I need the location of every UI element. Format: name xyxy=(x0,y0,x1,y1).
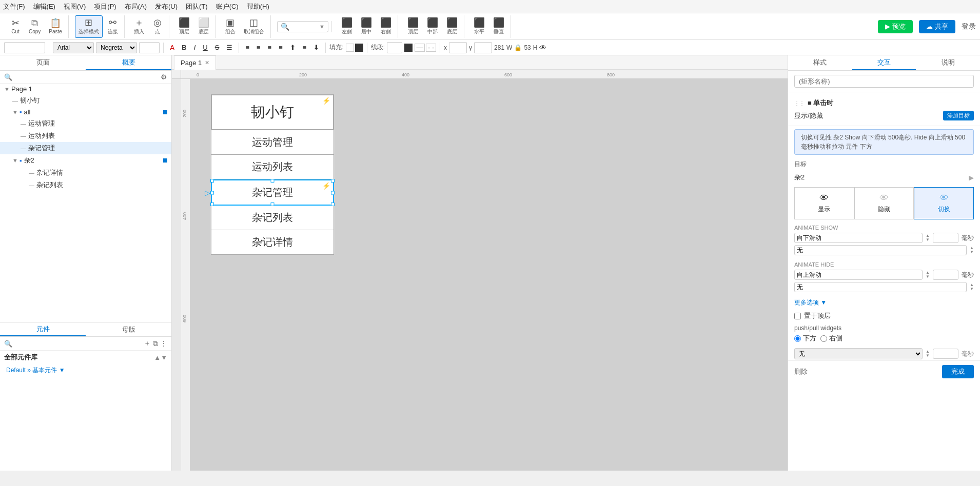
canvas-tab-close[interactable]: ✕ xyxy=(205,59,209,66)
animate-show-sub-stepper[interactable]: ▲ ▼ xyxy=(970,246,974,254)
comp-sublabel[interactable]: Default » 基本元件 ▼ xyxy=(0,364,171,377)
comp-more-icon[interactable]: ⋮ xyxy=(160,339,167,348)
animate-show-type-select[interactable]: 向下滑动 xyxy=(794,233,923,243)
handle-br[interactable] xyxy=(331,202,335,206)
menu-item-sport-mgmt[interactable]: 运动管理 xyxy=(211,130,334,155)
underline-btn[interactable]: U xyxy=(200,43,210,52)
animate-hide-val-input[interactable]: 500 xyxy=(933,270,958,280)
animate-show-stepper[interactable]: ▲ ▼ xyxy=(926,234,930,242)
filter-icon[interactable]: ⚙ xyxy=(161,73,167,81)
left-align-button[interactable]: ⬛ 左侧 xyxy=(338,15,356,38)
insert-button[interactable]: ＋ 插入 xyxy=(131,15,147,38)
right-align-button[interactable]: ⬛ 右侧 xyxy=(377,15,395,38)
outline-search-input[interactable] xyxy=(14,73,159,81)
tree-page1[interactable]: ▼ Page 1 xyxy=(0,84,171,94)
bold-btn[interactable]: B xyxy=(179,43,189,52)
fill-color-white[interactable] xyxy=(346,44,354,52)
stroke-dashed-btn[interactable]: - - xyxy=(426,44,436,52)
page-header-box[interactable]: 韧小钉 ⚡ xyxy=(211,94,334,130)
comp-tab-widget[interactable]: 元件 xyxy=(0,322,86,336)
none-stepper-down[interactable]: ▼ xyxy=(926,354,930,358)
radio-right[interactable] xyxy=(820,335,827,342)
comp-copy-icon[interactable]: ⧉ xyxy=(153,339,158,348)
center-align-button[interactable]: ⬛ 居中 xyxy=(358,15,375,38)
comp-library-title[interactable]: 全部元件库 ▲▼ xyxy=(0,351,171,364)
animate-hide-type-select[interactable]: 向上滑动 xyxy=(794,270,923,280)
font-size-input[interactable]: 32 xyxy=(139,42,160,53)
comp-add-icon[interactable]: ＋ xyxy=(144,339,151,348)
fill-boxes[interactable] xyxy=(346,44,363,52)
menu-edit[interactable]: 编辑(E) xyxy=(33,2,55,11)
font-select[interactable]: Arial xyxy=(53,42,94,53)
connect-button[interactable]: ⚯ 连接 xyxy=(105,15,121,38)
uncombine-button[interactable]: ◫ 取消组合 xyxy=(241,15,267,38)
tab-outline[interactable]: 概要 xyxy=(86,55,171,70)
animate-show-val-input[interactable]: 500 xyxy=(933,233,958,243)
menu-publish[interactable]: 发布(U) xyxy=(155,2,178,11)
handle-ml[interactable] xyxy=(210,191,214,194)
align-left-btn[interactable]: ≡ xyxy=(243,43,252,52)
more-opts-label[interactable]: 更多选项 ▼ xyxy=(794,299,827,306)
x-input[interactable]: 27 xyxy=(449,42,467,53)
tab-style[interactable]: 样式 xyxy=(788,55,852,70)
delete-button[interactable]: 删除 xyxy=(794,367,808,376)
text-color-btn[interactable]: A xyxy=(167,43,177,52)
tree-notes-list[interactable]: — 杂记列表 xyxy=(0,179,171,191)
mid-align-button[interactable]: ⬛ 中部 xyxy=(424,15,441,38)
menu-item-notes-detail[interactable]: 杂记详情 xyxy=(211,230,334,255)
top-align-button[interactable]: ⬛ 顶层 xyxy=(404,15,422,38)
radio-right-label[interactable]: 右侧 xyxy=(820,334,842,343)
align-justify-btn[interactable]: ≡ xyxy=(276,43,285,52)
align-center-btn[interactable]: ≡ xyxy=(254,43,263,52)
animate-hide-stepper[interactable]: ▲ ▼ xyxy=(926,271,930,279)
menu-item-notes-mgmt[interactable]: 杂记管理 ⚡ xyxy=(211,179,334,206)
menu-team[interactable]: 团队(T) xyxy=(186,2,208,11)
none-stepper[interactable]: ▲ ▼ xyxy=(926,350,930,358)
lock-icon[interactable]: 🔒 xyxy=(514,44,522,51)
zoom-box[interactable]: 🔍 80% ▼ xyxy=(277,21,328,32)
stroke-val-input[interactable]: 1 xyxy=(387,42,402,53)
fill-color-dark[interactable] xyxy=(355,44,363,52)
menu-item-sport-list[interactable]: 运动列表 xyxy=(211,155,334,179)
tree-notes-detail[interactable]: — 杂记详情 xyxy=(0,167,171,179)
y-input[interactable]: 211 xyxy=(474,42,492,53)
hide-button[interactable]: 👁 隐藏 xyxy=(854,187,914,219)
tab-pages[interactable]: 页面 xyxy=(0,55,86,70)
tab-interact[interactable]: 交互 xyxy=(852,55,916,70)
italic-btn[interactable]: I xyxy=(191,43,199,52)
tree-notes-mgmt[interactable]: — 杂记管理 xyxy=(0,142,171,154)
tree-sport-list[interactable]: — 运动列表 xyxy=(0,130,171,142)
preview-button[interactable]: ▶ 预览 xyxy=(878,20,913,33)
paste-button[interactable]: 📋 Paste xyxy=(46,15,65,38)
menu-project[interactable]: 项目(P) xyxy=(94,2,116,11)
menu-layout[interactable]: 布局(A) xyxy=(125,2,147,11)
combine-button[interactable]: ▣ 组合 xyxy=(222,15,239,38)
handle-mr[interactable] xyxy=(331,191,335,194)
v-dist-button[interactable]: ⬛ 垂直 xyxy=(490,15,507,38)
login-button[interactable]: 登录 xyxy=(962,22,976,31)
stepper-down[interactable]: ▼ xyxy=(926,238,930,242)
canvas-tab-page1[interactable]: Page 1 ✕ xyxy=(174,55,216,70)
list-btn[interactable]: ☰ xyxy=(224,43,235,52)
animate-hide-sub-select[interactable]: 无 xyxy=(794,282,967,292)
top-layer-button[interactable]: ⬛ 顶层 xyxy=(175,15,193,38)
style-select[interactable]: Negreta xyxy=(96,42,137,53)
toggle-button[interactable]: 👁 切换 xyxy=(914,187,974,219)
animate-show-sub-select[interactable]: 无 xyxy=(794,245,967,255)
done-button[interactable]: 完成 xyxy=(942,365,974,378)
shape-name-input[interactable] xyxy=(794,75,974,88)
stroke-color[interactable] xyxy=(404,44,413,52)
radio-below[interactable] xyxy=(794,335,801,342)
push-val-input[interactable]: 500 xyxy=(933,349,958,359)
eye-icon[interactable]: 👁 xyxy=(539,44,546,52)
point-button[interactable]: ◎ 点 xyxy=(149,15,166,38)
align-top-btn[interactable]: ⬆ xyxy=(287,43,298,52)
tree-renxiaoding[interactable]: — 韧小钉 xyxy=(0,94,171,107)
strikethrough-btn[interactable]: S xyxy=(212,43,222,52)
menu-help[interactable]: 帮助(H) xyxy=(247,2,269,11)
bottom-layer-button[interactable]: ⬜ 底层 xyxy=(195,15,212,38)
align-mid-btn[interactable]: ≡ xyxy=(300,43,309,52)
handle-tc[interactable] xyxy=(271,179,275,183)
h-dist-button[interactable]: ⬛ 水平 xyxy=(471,15,488,38)
tree-all-folder[interactable]: ▼ ▪ all xyxy=(0,107,171,117)
